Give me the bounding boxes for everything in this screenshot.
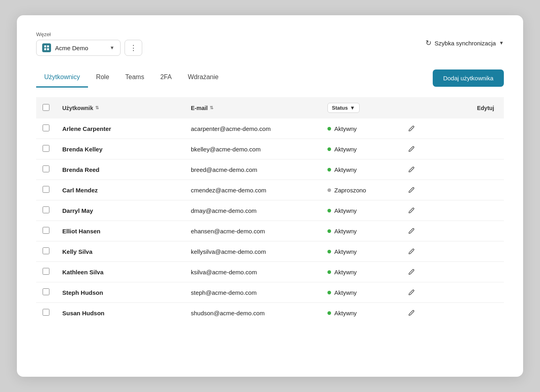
- row-checkbox-cell: [36, 200, 56, 221]
- table-row: Carl Mendezcmendez@acme-demo.comZaproszo…: [36, 180, 504, 200]
- header-email-label: E-mail: [191, 105, 208, 111]
- svg-rect-1: [47, 45, 49, 47]
- tab-teams[interactable]: Teams: [117, 69, 152, 88]
- row-checkbox[interactable]: [43, 165, 49, 172]
- svg-rect-3: [47, 48, 49, 50]
- table-row: Brenda Kelleybkelley@acme-demo.comAktywn…: [36, 139, 504, 159]
- tabs-row: Użytkownicy Role Teams 2FA Wdrażanie Dod…: [36, 69, 504, 88]
- table-row: Kathleen Silvaksilva@acme-demo.comAktywn…: [36, 262, 504, 282]
- tab-wdrazanie[interactable]: Wdrażanie: [180, 69, 226, 88]
- row-checkbox-cell: [36, 139, 56, 159]
- row-checkbox[interactable]: [43, 227, 49, 234]
- edit-button[interactable]: [408, 248, 415, 255]
- row-edit-cell: [401, 159, 504, 180]
- row-user-name: Susan Hudson: [56, 303, 184, 323]
- status-filter-chevron-icon: ▼: [350, 105, 355, 111]
- select-all-checkbox[interactable]: [43, 104, 49, 111]
- status-label: Aktywny: [334, 125, 357, 132]
- status-label: Aktywny: [334, 310, 357, 316]
- row-edit-cell: [401, 262, 504, 282]
- status-label: Aktywny: [334, 146, 357, 153]
- row-checkbox-cell: [36, 303, 56, 323]
- status-dot: [327, 209, 331, 212]
- row-status: Aktywny: [321, 221, 401, 241]
- row-checkbox[interactable]: [43, 145, 49, 152]
- users-table-container: Użytkownik ⇅ E-mail ⇅ Status ▼: [36, 97, 504, 323]
- row-email: shudson@acme-demo.com: [184, 303, 321, 323]
- tab-roles[interactable]: Role: [88, 69, 117, 88]
- user-sort-icon[interactable]: ⇅: [95, 105, 99, 110]
- row-checkbox[interactable]: [43, 288, 49, 295]
- edit-button[interactable]: [408, 268, 415, 276]
- row-user-name: Steph Hudson: [56, 282, 184, 303]
- row-user-name: Arlene Carpenter: [56, 118, 184, 139]
- tab-users[interactable]: Użytkownicy: [36, 69, 88, 88]
- row-status: Aktywny: [321, 118, 401, 139]
- table-header-row: Użytkownik ⇅ E-mail ⇅ Status ▼: [36, 97, 504, 118]
- row-edit-cell: [401, 200, 504, 221]
- row-checkbox[interactable]: [43, 186, 49, 193]
- edit-button[interactable]: [408, 207, 415, 214]
- header-status: Status ▼: [321, 97, 401, 118]
- status-dot: [327, 291, 331, 294]
- row-email: steph@acme-demo.com: [184, 282, 321, 303]
- status-dot: [327, 270, 331, 274]
- edit-button[interactable]: [408, 227, 415, 235]
- row-email: dmay@acme-demo.com: [184, 200, 321, 221]
- edit-button[interactable]: [408, 166, 415, 173]
- row-edit-cell: [401, 303, 504, 323]
- tab-2fa[interactable]: 2FA: [152, 69, 180, 88]
- sync-label: Szybka synchronizacja: [435, 40, 496, 47]
- edit-button[interactable]: [408, 186, 415, 194]
- status-dot: [327, 147, 331, 151]
- row-edit-cell: [401, 282, 504, 303]
- row-checkbox-cell: [36, 262, 56, 282]
- status-label: Aktywny: [334, 248, 357, 255]
- users-table: Użytkownik ⇅ E-mail ⇅ Status ▼: [36, 97, 504, 323]
- edit-button[interactable]: [408, 309, 415, 316]
- status-label: Aktywny: [334, 269, 357, 276]
- node-selected-text: Acme Demo: [55, 45, 106, 51]
- row-user-name: Brenda Reed: [56, 159, 184, 180]
- add-user-button[interactable]: Dodaj użytkownika: [433, 69, 504, 87]
- edit-button[interactable]: [408, 289, 415, 296]
- header-email: E-mail ⇅: [184, 97, 321, 118]
- row-checkbox-cell: [36, 180, 56, 200]
- node-dropdown[interactable]: Acme Demo ▼: [36, 40, 121, 56]
- sync-button[interactable]: ↻ Szybka synchronizacja ▼: [425, 39, 504, 47]
- row-edit-cell: [401, 139, 504, 159]
- row-checkbox[interactable]: [43, 125, 49, 131]
- row-checkbox[interactable]: [43, 247, 49, 254]
- status-filter-label: Status: [332, 105, 348, 111]
- header-edit: Edytuj: [401, 97, 504, 118]
- svg-rect-2: [44, 48, 46, 50]
- row-email: ehansen@acme-demo.com: [184, 221, 321, 241]
- row-user-name: Kelly Silva: [56, 241, 184, 262]
- status-label: Zaproszono: [334, 187, 366, 194]
- edit-button[interactable]: [408, 125, 415, 132]
- header-edit-label: Edytuj: [477, 105, 494, 111]
- email-sort-icon[interactable]: ⇅: [210, 105, 213, 110]
- row-status: Aktywny: [321, 159, 401, 180]
- status-filter-button[interactable]: Status ▼: [327, 103, 360, 113]
- table-row: Brenda Reedbreed@acme-demo.comAktywny: [36, 159, 504, 180]
- row-user-name: Carl Mendez: [56, 180, 184, 200]
- svg-rect-0: [44, 45, 46, 47]
- row-checkbox[interactable]: [43, 206, 49, 213]
- row-checkbox[interactable]: [43, 268, 49, 275]
- status-label: Aktywny: [334, 289, 357, 296]
- row-user-name: Kathleen Silva: [56, 262, 184, 282]
- row-checkbox[interactable]: [43, 309, 49, 316]
- node-more-button[interactable]: ⋮: [125, 40, 142, 56]
- row-email: bkelley@acme-demo.com: [184, 139, 321, 159]
- tabs: Użytkownicy Role Teams 2FA Wdrażanie: [36, 69, 227, 88]
- row-email: kellysilva@acme-demo.com: [184, 241, 321, 262]
- row-checkbox-cell: [36, 118, 56, 139]
- header-user-label: Użytkownik: [62, 105, 93, 111]
- edit-button[interactable]: [408, 145, 415, 153]
- row-checkbox-cell: [36, 221, 56, 241]
- status-label: Aktywny: [334, 228, 357, 235]
- row-status: Aktywny: [321, 282, 401, 303]
- row-edit-cell: [401, 221, 504, 241]
- row-user-name: Brenda Kelley: [56, 139, 184, 159]
